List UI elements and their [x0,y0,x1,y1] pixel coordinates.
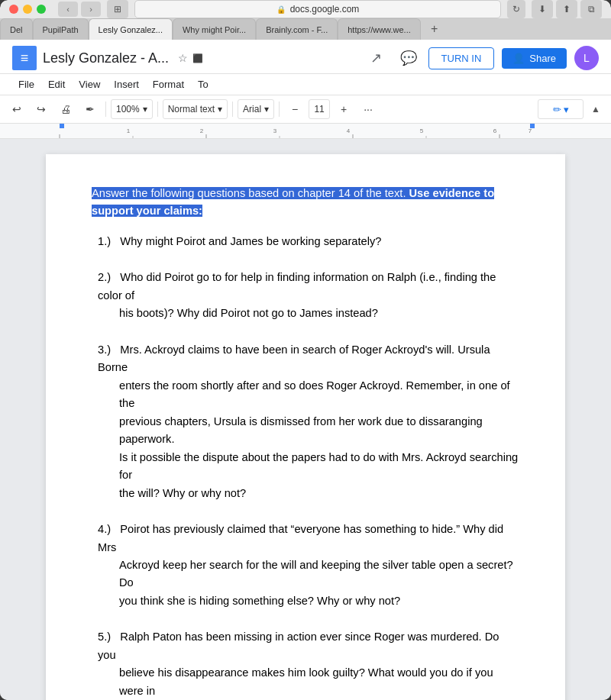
font-size-plus-button[interactable]: + [333,98,354,120]
pencil-icon: ✏ [553,104,561,115]
tab-overview-button[interactable]: ⊞ [107,0,128,18]
doc-scroll-area[interactable]: Answer the following questions based on … [0,139,611,700]
q3-line4: Is it possible the dispute about the pap… [98,449,519,485]
pencil-mode-button[interactable]: ✏ ▾ [538,99,584,119]
ruler: 1 2 3 4 5 6 7 [0,124,611,139]
tab-lesly-gonzalez[interactable]: Lesly Gonzalez... [89,18,173,40]
avatar[interactable]: L [574,46,599,70]
toolbar-divider-2 [157,102,158,117]
font-size-display[interactable]: 11 [309,99,330,119]
q5-text: Ralph Paton has been missing in action e… [98,631,499,660]
menu-tools[interactable]: To [192,76,215,93]
minimize-button[interactable] [23,5,32,14]
print-button[interactable]: 🖨 [55,98,76,120]
tab-bar: Del PupilPath Lesly Gonzalez... Why migh… [0,18,611,40]
q3-line2: enters the room shortly after and so doe… [98,377,519,413]
url-bar[interactable]: 🔒 docs.google.com [134,0,501,18]
collapse-toolbar-button[interactable]: ▲ [587,99,605,119]
q4-text: Poirot has previously claimed that “ever… [98,523,503,553]
tab-del[interactable]: Del [0,18,33,40]
q5-line2: believe his disappearance makes him look… [98,664,519,700]
undo-button[interactable]: ↩ [6,98,27,120]
question-2: 2.) Who did Poirot go to for help in fin… [92,269,519,322]
svg-rect-1 [60,124,64,128]
question-3: 3.) Mrs. Ackroyd claims to have been in … [92,341,519,502]
menu-format[interactable]: Format [147,76,190,93]
q3-line5: the will? Why or why not? [98,485,519,502]
docs-logo: ≡ [12,46,37,70]
svg-text:3: 3 [273,127,277,134]
close-button[interactable] [9,5,18,14]
question-5: 5.) Ralph Paton has been missing in acti… [92,628,519,700]
maximize-button[interactable] [37,5,46,14]
question-1: 1.) Why might Poirot and James be workin… [92,233,519,250]
share-page-button[interactable]: ⬆ [556,0,577,18]
menu-bar: File Edit View Insert Format To [0,74,611,95]
q3-number: 3.) [98,344,117,356]
share-button[interactable]: 👤 Share [502,48,567,69]
reload-button[interactable]: ↻ [507,0,525,18]
tab-pupilpath[interactable]: PupilPath [33,18,89,40]
q3-line3: previous chapters, Ursula is dismissed f… [98,413,519,449]
pencil-arrow: ▾ [564,104,569,115]
style-select[interactable]: Normal text ▾ [163,99,228,119]
menu-file[interactable]: File [12,76,40,93]
traffic-lights [9,5,46,14]
doc-page-wrapper: Answer the following questions based on … [46,154,565,700]
q3-text: Mrs. Ackroyd claims to have been in sear… [98,344,490,373]
doc-intro: Answer the following questions based on … [92,185,519,221]
new-tab-button[interactable]: + [424,18,445,40]
tab-https[interactable]: https://www.we... [338,18,421,40]
lock-icon: 🔒 [276,5,286,14]
q4-line3: you think she is hiding something else? … [98,592,519,610]
docs-container: ≡ Lesly Gonzalez - A... ☆ ⬛ ↗ 💬 TURN IN … [0,40,611,700]
turn-in-button[interactable]: TURN IN [428,47,495,69]
tab-why-might-poirot[interactable]: Why might Poir... [173,18,256,40]
more-options-button[interactable]: ··· [357,98,379,120]
star-icon[interactable]: ☆ [178,52,188,64]
menu-insert[interactable]: Insert [108,76,145,93]
redo-button[interactable]: ↪ [31,98,52,120]
nav-buttons: ‹ › [58,2,101,17]
activity-icon[interactable]: ↗ [364,46,389,70]
tab-brainly[interactable]: Brainly.com - F... [256,18,338,40]
title-bar: ‹ › ⊞ 🔒 docs.google.com ↻ ⬇ ⬆ ⧉ [0,0,611,18]
paint-format-button[interactable]: ✒ [79,98,101,120]
toolbar: ↩ ↪ 🖨 ✒ 100% ▾ Normal text ▾ Arial ▾ − 1… [0,95,611,124]
q1-number: 1.) [98,235,117,247]
q2-continuation: his boots)? Why did Poirot not go to Jam… [98,305,519,322]
q2-text: Who did Poirot go to for help in finding… [98,271,496,301]
url-text: docs.google.com [290,4,360,15]
svg-text:1: 1 [127,127,131,134]
menu-edit[interactable]: Edit [42,76,71,93]
font-select[interactable]: Arial ▾ [238,99,274,119]
doc-content: Answer the following questions based on … [92,185,519,700]
download-button[interactable]: ⬇ [532,0,553,18]
q2-number: 2.) [98,271,117,283]
font-size-minus-button[interactable]: − [284,98,306,120]
menu-view[interactable]: View [73,76,106,93]
intro-text: Answer the following questions based on … [92,185,519,221]
question-4: 4.) Poirot has previously claimed that “… [92,521,519,610]
cloud-icon: ⬛ [192,53,203,63]
page-title: Lesly Gonzalez - A... [43,50,169,66]
svg-rect-0 [0,124,611,139]
intro-highlight: Answer the following questions based on … [92,187,494,217]
svg-text:4: 4 [347,127,351,134]
share-label: Share [529,53,556,64]
q5-number: 5.) [98,631,117,643]
docs-header: ≡ Lesly Gonzalez - A... ☆ ⬛ ↗ 💬 TURN IN … [0,40,611,74]
back-button[interactable]: ‹ [58,2,78,17]
chat-icon[interactable]: 💬 [396,46,421,70]
forward-button[interactable]: › [81,2,101,17]
toolbar-divider-3 [232,102,233,117]
doc-page: Answer the following questions based on … [46,154,565,700]
docs-title-area: ≡ Lesly Gonzalez - A... ☆ ⬛ [12,46,203,70]
svg-text:2: 2 [200,127,204,134]
toolbar-divider-1 [105,102,106,117]
pip-button[interactable]: ⧉ [580,0,602,18]
title-icons: ☆ ⬛ [178,52,203,64]
svg-text:6: 6 [493,127,497,134]
title-bar-actions: ⬇ ⬆ ⧉ [532,0,602,18]
zoom-select[interactable]: 100% ▾ [111,99,153,119]
